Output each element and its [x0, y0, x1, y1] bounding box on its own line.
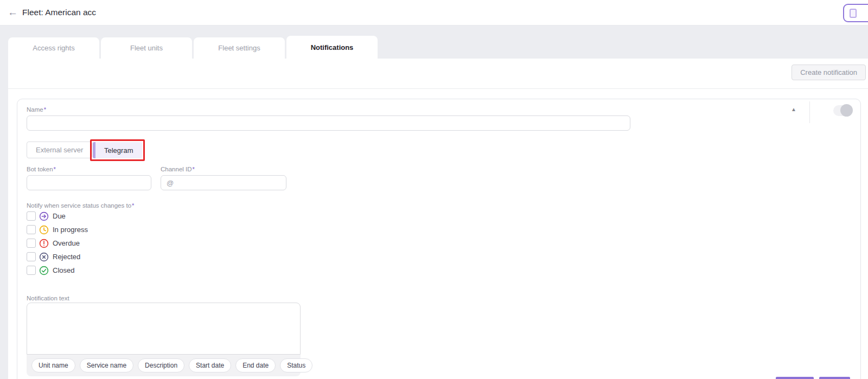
status-checkbox-overdue[interactable]: [27, 239, 36, 248]
status-row-overdue: Overdue: [27, 239, 88, 248]
channel-id-label: Channel ID*: [161, 166, 195, 172]
channel-id-input[interactable]: [161, 175, 286, 190]
notification-text-box: Unit nameService nameDescriptionStart da…: [27, 303, 301, 376]
bot-token-label: Bot token*: [27, 166, 56, 172]
status-row-rejected: Rejected: [27, 252, 88, 261]
notification-textarea[interactable]: [27, 303, 301, 355]
chip-end-date[interactable]: End date: [235, 358, 276, 372]
tab-fleet-units[interactable]: Fleet units: [101, 37, 192, 59]
status-label: Rejected: [53, 253, 80, 261]
app-window: ← Fleet: American acc Access rightsFleet…: [0, 0, 868, 379]
status-checkbox-due[interactable]: [27, 211, 36, 221]
chip-description[interactable]: Description: [138, 358, 184, 372]
statuses-label-text: Notify when service status changes to: [27, 202, 131, 209]
status-label: In progress: [53, 226, 88, 234]
required-asterisk: *: [44, 106, 46, 113]
status-label: Overdue: [53, 239, 80, 247]
toggle-knob: [840, 104, 853, 117]
header-action-button[interactable]: [843, 4, 868, 22]
required-asterisk: *: [193, 166, 195, 172]
status-checkbox-in-progress[interactable]: [27, 225, 36, 234]
notification-form-card: Name* ▲ External server Telegram Bot tok…: [17, 99, 861, 379]
status-checkbox-list: DueIn progressOverdueRejectedClosed: [27, 211, 88, 279]
back-arrow-icon[interactable]: ←: [8, 6, 18, 19]
status-checkbox-closed[interactable]: [27, 266, 36, 275]
enable-toggle[interactable]: [833, 105, 852, 116]
channel-tab-external-server[interactable]: External server: [27, 142, 92, 158]
name-label-text: Name: [27, 106, 43, 113]
page-title: Fleet: American acc: [22, 0, 96, 25]
exclamation-circle-icon: [39, 239, 49, 248]
chip-start-date[interactable]: Start date: [189, 358, 231, 372]
clock-circle-icon: [39, 225, 49, 235]
cross-circle-icon: [39, 252, 49, 262]
status-label: Due: [53, 212, 66, 220]
chip-status[interactable]: Status: [280, 358, 312, 372]
tab-access-rights[interactable]: Access rights: [8, 37, 99, 59]
bot-token-label-text: Bot token: [27, 166, 53, 172]
required-asterisk: *: [132, 202, 134, 209]
statuses-label: Notify when service status changes to*: [27, 202, 134, 209]
channel-id-label-text: Channel ID: [161, 166, 192, 172]
chip-service-name[interactable]: Service name: [80, 358, 133, 372]
status-row-in-progress: In progress: [27, 225, 88, 234]
chip-unit-name[interactable]: Unit name: [31, 358, 75, 372]
main-tabs: Access rightsFleet unitsFleet settingsNo…: [8, 36, 378, 59]
vertical-divider: [809, 101, 810, 123]
tab-notifications[interactable]: Notifications: [286, 36, 378, 59]
placeholder-chips-bar: Unit nameService nameDescriptionStart da…: [27, 355, 301, 376]
status-row-closed: Closed: [27, 266, 88, 275]
create-notification-button[interactable]: Create notification: [792, 65, 866, 80]
name-label: Name*: [27, 106, 46, 113]
bot-token-input[interactable]: [27, 175, 151, 190]
page-header: ← Fleet: American acc: [0, 0, 868, 25]
tab-fleet-settings[interactable]: Fleet settings: [194, 37, 285, 59]
notification-text-label: Notification text: [27, 295, 69, 301]
toolbar-divider: [8, 88, 868, 89]
channel-tab-telegram[interactable]: Telegram: [93, 142, 142, 158]
document-icon: [850, 9, 857, 18]
telegram-annotation-box: Telegram: [90, 139, 145, 161]
collapse-chevron-icon[interactable]: ▲: [788, 106, 800, 112]
form-action-button-cutoff-1[interactable]: [776, 377, 814, 379]
status-checkbox-rejected[interactable]: [27, 252, 36, 261]
content-area: Create notification Name* ▲ External ser…: [8, 59, 868, 379]
name-input[interactable]: [27, 115, 630, 131]
status-label: Closed: [53, 266, 74, 274]
check-circle-icon: [39, 266, 49, 275]
form-action-button-cutoff-2[interactable]: [819, 377, 850, 379]
required-asterisk: *: [54, 166, 56, 172]
arrow-right-circle-icon: [39, 211, 49, 221]
status-row-due: Due: [27, 211, 88, 221]
